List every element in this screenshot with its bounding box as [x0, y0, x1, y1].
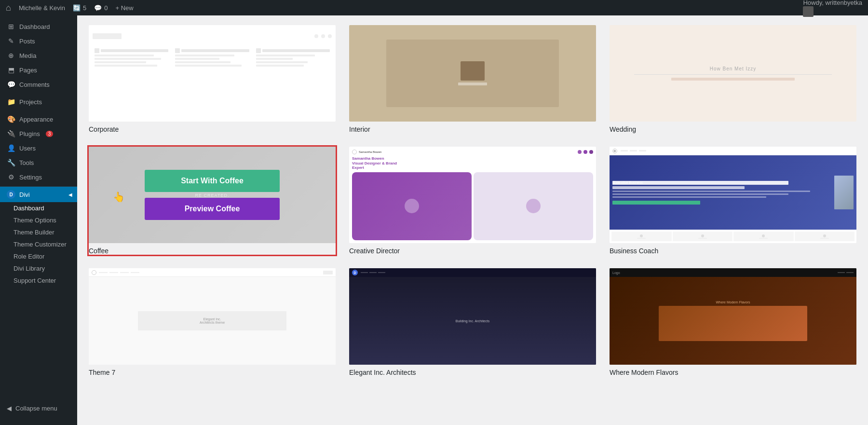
sidebar-sub-item-theme-options[interactable]: Theme Options — [0, 214, 77, 226]
avatar — [803, 6, 814, 17]
sidebar-sub-item-divi-library[interactable]: Divi Library — [0, 262, 77, 274]
plugins-icon: 🔌 — [7, 130, 15, 137]
wp-logo-icon[interactable]: ⌂ — [6, 3, 11, 13]
users-icon: 👤 — [7, 144, 15, 152]
posts-icon: ✎ — [7, 37, 15, 45]
appearance-icon: 🎨 — [7, 115, 15, 123]
theme-card-bottom1[interactable]: Elegant Inc.Architects theme Theme 7 — [89, 268, 336, 376]
sidebar-sub-item-support-center[interactable]: Support Center — [0, 274, 77, 287]
sidebar-item-posts[interactable]: ✎ Posts — [0, 34, 77, 48]
tools-icon: 🔧 — [7, 159, 15, 166]
sidebar-item-plugins[interactable]: 🔌 Plugins 3 — [0, 126, 77, 141]
sidebar-item-appearance[interactable]: 🎨 Appearance — [0, 112, 77, 126]
theme-preview-business-coach: D Executive Business — [610, 147, 856, 243]
theme-card-coffee[interactable]: FIND COFFEE. WHERE BRANDSRE CREATED. 👆 S… — [89, 147, 336, 255]
theme-name-wedding: Wedding — [610, 125, 856, 133]
theme-preview-wedding: How Ben Met Izzy — [610, 25, 856, 122]
main-content: Corporate Interior H — [77, 0, 868, 425]
divi-logo-icon: D — [7, 190, 15, 199]
comments-icon: 💬 — [7, 81, 15, 88]
theme-preview-coffee: FIND COFFEE. WHERE BRANDSRE CREATED. 👆 S… — [89, 147, 336, 243]
adminbar-new[interactable]: + New — [115, 4, 133, 12]
theme-name-bottom1: Theme 7 — [89, 369, 336, 376]
divi-chevron-icon: ◀ — [68, 192, 72, 197]
sidebar-main-nav: ⊞ Dashboard ✎ Posts ⊕ Media ⬒ Pages 💬 Co… — [0, 19, 77, 184]
collapse-icon: ◀ — [7, 405, 12, 412]
cursor-icon: 👆 — [113, 191, 125, 203]
theme-name-modern-flavors: Where Modern Flavors — [610, 369, 856, 376]
theme-name-corporate: Corporate — [89, 125, 336, 133]
theme-card-elegant-architects[interactable]: D Building Inc. Architects Elegant Inc — [349, 268, 596, 376]
sidebar-item-tools[interactable]: 🔧 Tools — [0, 155, 77, 170]
theme-card-creative-director[interactable]: Samantha Bowen Samantha BowenVisual Desi… — [349, 147, 596, 255]
sidebar-sub-item-theme-customizer[interactable]: Theme Customizer — [0, 238, 77, 250]
sidebar-item-dashboard[interactable]: ⊞ Dashboard — [0, 19, 77, 34]
sidebar-divi-section: D Divi ◀ Dashboard Theme Options Theme B… — [0, 186, 77, 287]
theme-name-elegant-architects: Elegant Inc. Architects — [349, 369, 596, 376]
theme-card-corporate[interactable]: Corporate — [89, 25, 336, 133]
preview-coffee-button[interactable]: Preview Coffee — [145, 198, 280, 220]
theme-name-creative-director: Creative Director — [349, 247, 596, 255]
sidebar-sub-item-theme-builder[interactable]: Theme Builder — [0, 226, 77, 238]
pages-icon: ⬒ — [7, 66, 15, 74]
theme-card-interior[interactable]: Interior — [349, 25, 596, 133]
coffee-overlay: 👆 Start With Coffee Preview Coffee — [89, 147, 336, 243]
theme-preview-creative-director: Samantha Bowen Samantha BowenVisual Desi… — [349, 147, 596, 243]
theme-preview-elegant-architects: D Building Inc. Architects — [349, 268, 596, 365]
dashboard-icon: ⊞ — [7, 23, 15, 30]
theme-grid: Corporate Interior H — [89, 25, 856, 376]
theme-preview-bottom1: Elegant Inc.Architects theme — [89, 268, 336, 365]
theme-preview-interior — [349, 25, 596, 122]
theme-card-wedding[interactable]: How Ben Met Izzy Wedding — [610, 25, 856, 133]
adminbar-updates[interactable]: 🔄 5 — [73, 4, 86, 12]
sidebar-sub-item-role-editor[interactable]: Role Editor — [0, 250, 77, 262]
theme-name-interior: Interior — [349, 125, 596, 133]
collapse-menu-button[interactable]: ◀ Collapse menu — [0, 401, 77, 415]
admin-bar: ⌂ Michelle & Kevin 🔄 5 💬 0 + New Howdy, … — [0, 0, 868, 15]
sidebar-item-media[interactable]: ⊕ Media — [0, 48, 77, 63]
settings-icon: ⚙ — [7, 173, 15, 181]
adminbar-howdy: Howdy, writtenbyetka — [803, 0, 862, 17]
adminbar-comments[interactable]: 💬 0 — [94, 4, 108, 12]
theme-name-business-coach: Business Coach — [610, 247, 856, 255]
theme-card-modern-flavors[interactable]: Logo Where Modern Flavors Where Modern F — [610, 268, 856, 376]
sidebar-sub-item-divi-dashboard[interactable]: Dashboard — [0, 202, 77, 214]
sidebar-item-comments[interactable]: 💬 Comments — [0, 77, 77, 92]
theme-name-coffee: Coffee — [89, 247, 336, 255]
plugins-badge: 3 — [46, 131, 54, 137]
media-icon: ⊕ — [7, 52, 15, 59]
sidebar: ⊞ Dashboard ✎ Posts ⊕ Media ⬒ Pages 💬 Co… — [0, 0, 77, 425]
theme-preview-corporate — [89, 25, 336, 122]
adminbar-site-name[interactable]: Michelle & Kevin — [19, 4, 65, 12]
theme-preview-modern-flavors: Logo Where Modern Flavors — [610, 268, 856, 365]
start-with-coffee-button[interactable]: Start With Coffee — [145, 170, 280, 192]
theme-card-business-coach[interactable]: D Executive Business — [610, 147, 856, 255]
sidebar-item-projects[interactable]: 📁 Projects — [0, 95, 77, 109]
sidebar-item-users[interactable]: 👤 Users — [0, 141, 77, 155]
sidebar-item-settings[interactable]: ⚙ Settings — [0, 170, 77, 184]
projects-icon: 📁 — [7, 98, 15, 106]
sidebar-item-divi[interactable]: D Divi ◀ — [0, 187, 77, 202]
sidebar-item-pages[interactable]: ⬒ Pages — [0, 63, 77, 77]
